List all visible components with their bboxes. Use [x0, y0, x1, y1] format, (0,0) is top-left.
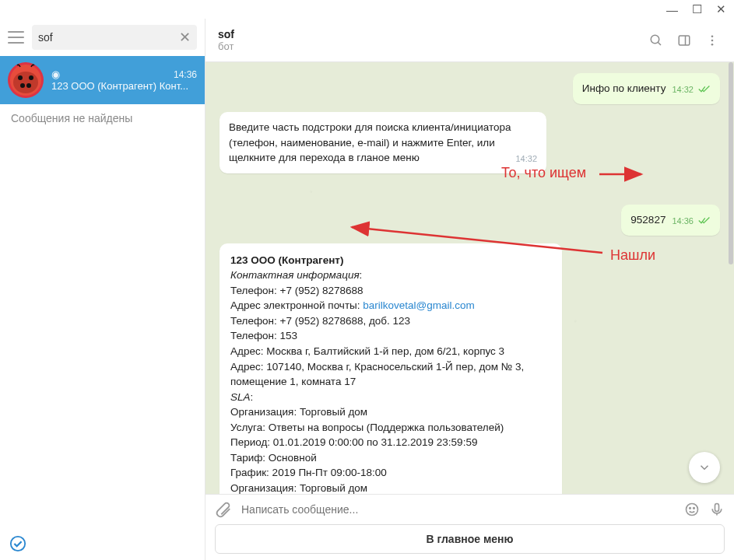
message-out[interactable]: Инфо по клиенту 14:32 [573, 73, 720, 104]
scrollbar-thumb[interactable] [729, 62, 733, 264]
window-close[interactable]: ✕ [716, 2, 726, 16]
message-time: 14:32 [515, 153, 537, 166]
window-maximize[interactable]: ☐ [692, 2, 702, 16]
message-in[interactable]: Введите часть подстроки для поиска клиен… [219, 112, 546, 173]
result-line: График: 2019 Пн-Пт 09:00-18:00 [230, 467, 387, 478]
window-controls: — ☐ ✕ [0, 0, 734, 19]
svg-point-11 [711, 35, 714, 37]
mic-icon[interactable] [709, 502, 725, 517]
read-ticks-icon [698, 215, 711, 228]
annotation-found: Нашли [610, 247, 655, 264]
broadcast-icon: ◉ [51, 68, 60, 80]
svg-point-4 [29, 75, 33, 80]
chat-list-item[interactable]: ◉ 14:36 123 ООО (Контрагент) Конт... [0, 56, 205, 104]
attach-icon[interactable] [215, 501, 232, 518]
clear-search-icon[interactable]: ✕ [174, 29, 191, 46]
result-line: Период: 01.01.2019 0:00:00 по 31.12.2019… [230, 436, 477, 448]
menu-icon[interactable] [8, 31, 24, 44]
message-time: 14:32 [672, 84, 711, 96]
chat-preview: 123 ООО (Контрагент) Конт... [51, 80, 197, 92]
scrollbar[interactable] [728, 62, 734, 494]
avatar [8, 62, 44, 98]
sidebar: ✕ ◉ [0, 19, 205, 560]
message-text: Введите часть подстроки для поиска клиен… [229, 121, 511, 163]
svg-point-20 [11, 537, 25, 551]
chat-header: sof бот [205, 19, 734, 62]
verified-badge-icon [9, 535, 26, 552]
svg-point-7 [651, 35, 659, 44]
message-time: 14:36 [672, 215, 711, 228]
svg-point-3 [18, 75, 23, 80]
search-input[interactable] [38, 31, 174, 44]
more-icon[interactable] [703, 31, 722, 50]
result-line: Телефон: +7 (952) 8278688, доб. 123 [230, 315, 410, 327]
result-line: Телефон: +7 (952) 8278688 [230, 285, 363, 296]
scroll-down-button[interactable] [689, 452, 720, 483]
window-minimize[interactable]: — [666, 3, 678, 16]
search-icon[interactable] [647, 31, 666, 50]
result-line: Организация: Торговый дом [230, 482, 367, 494]
result-line: Тариф: Основной [230, 452, 317, 464]
read-ticks-icon [698, 84, 711, 96]
svg-point-12 [711, 39, 714, 41]
result-line: Адрес: 107140, Москва г, Красносельский … [230, 361, 524, 388]
svg-point-5 [20, 83, 25, 88]
message-text: 952827 [630, 214, 666, 226]
message-out[interactable]: 952827 14:36 [621, 205, 720, 236]
chat-pane: sof бот Инфо по клиенту 14:32 [205, 19, 734, 560]
message-input[interactable] [241, 503, 675, 516]
result-title: 123 ООО (Контрагент) [230, 254, 343, 266]
svg-rect-9 [679, 36, 690, 45]
chat-subtitle: бот [218, 40, 637, 52]
result-line: Услуга: Ответы на вопросы (Поддержка пол… [230, 422, 504, 433]
no-results-label: Сообщения не найдены [0, 104, 205, 132]
svg-point-18 [694, 508, 695, 509]
sidepanel-icon[interactable] [675, 31, 694, 50]
main-menu-button[interactable]: В главное меню [215, 524, 725, 554]
svg-point-13 [711, 43, 714, 45]
email-link[interactable]: barilkovetal@gmail.com [363, 299, 475, 311]
chat-title: sof [218, 28, 637, 40]
emoji-icon[interactable] [684, 502, 700, 517]
sla-label: SLA [230, 391, 251, 403]
search-input-wrap[interactable]: ✕ [32, 25, 197, 50]
composer: В главное меню [205, 494, 734, 560]
message-in-result[interactable]: 123 ООО (Контрагент) Контактная информац… [219, 243, 562, 494]
svg-line-8 [658, 42, 661, 45]
contact-label: Контактная информация [230, 269, 360, 281]
svg-point-17 [690, 508, 691, 509]
result-line: Адрес: Москва г, Балтийский 1-й пер, дом… [230, 345, 504, 357]
result-line: Телефон: 153 [230, 330, 297, 341]
svg-point-16 [687, 504, 698, 516]
chat-time: 14:36 [174, 69, 197, 80]
svg-point-2 [13, 72, 38, 93]
svg-rect-19 [715, 504, 719, 512]
svg-point-6 [26, 83, 31, 88]
result-line: Организация: Торговый дом [230, 406, 367, 418]
result-line: Адрес электронной почты: [230, 299, 363, 311]
messages-area[interactable]: Инфо по клиенту 14:32 Введите часть подс… [205, 62, 734, 494]
message-text: Инфо по клиенту [582, 82, 666, 94]
